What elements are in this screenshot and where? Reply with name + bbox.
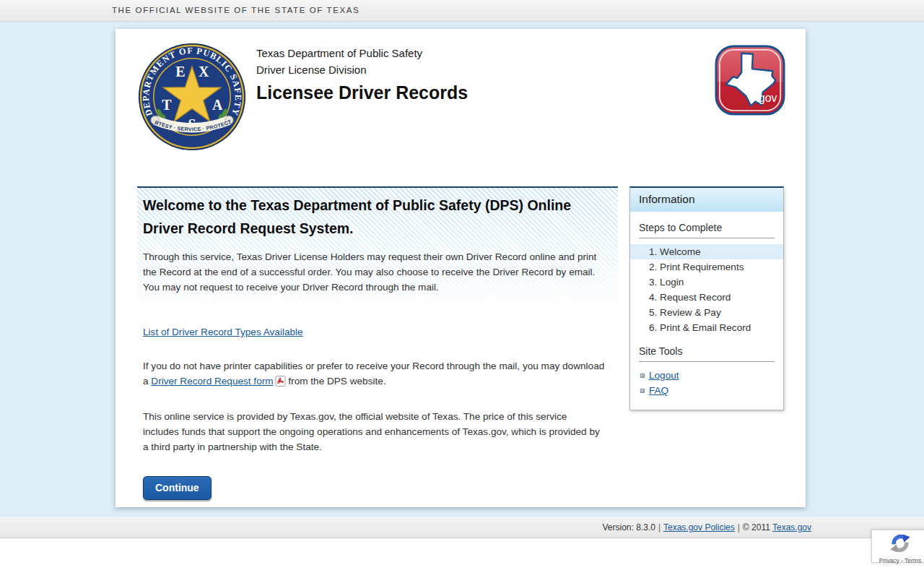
step-label: 6. Print & Email Record [649,322,751,333]
version-label: Version: 8.3.0 [603,522,655,532]
footer-separator: | [735,522,743,532]
copyright-label: © 2011 [743,522,770,532]
step-item[interactable]: 3. Login [630,275,783,290]
step-item[interactable]: 2. Print Requirements [630,259,783,275]
download-text-after: from the DPS website. [286,376,386,387]
site-tool-link[interactable]: FAQ [649,385,668,396]
pdf-icon [275,376,286,387]
step-item[interactable]: 5. Review & Pay [630,305,783,320]
request-form-link[interactable]: Driver Record Request form [151,376,273,387]
page-title: Licensee Driver Records [256,79,468,105]
official-website-banner-text: THE OFFICIAL WEBSITE OF THE STATE OF TEX… [0,0,924,21]
welcome-box: Welcome to the Texas Department of Publi… [137,186,618,309]
content-card: DEPARTMENT OF PUBLIC SAFETY E X T A S CO… [116,29,806,507]
site-tool-item: Logout [630,368,783,383]
step-item[interactable]: 4. Request Record [630,290,783,305]
page: THE OFFICIAL WEBSITE OF THE STATE OF TEX… [0,0,924,578]
information-panel-title: Information [630,188,783,212]
recaptcha-icon [889,532,911,554]
recaptcha-badge[interactable]: Privacy - Terms [871,530,924,563]
texasgov-footer-link[interactable]: Texas.gov [772,522,811,532]
download-paragraph: If you do not have printer capabilities … [143,358,605,389]
welcome-heading: Welcome to the Texas Department of Publi… [143,194,611,240]
official-website-banner: THE OFFICIAL WEBSITE OF THE STATE OF TEX… [0,0,924,22]
site-tools-list: LogoutFAQ [630,368,783,398]
step-label: 5. Review & Pay [649,307,721,318]
svg-text:A: A [212,97,223,113]
division-name: Driver License Division [256,61,468,78]
square-bullet-icon [640,389,645,393]
recaptcha-privacy-terms[interactable]: Privacy - Terms [872,557,924,564]
steps-heading: Steps to Complete [639,222,775,238]
site-tools-heading: Site Tools [639,345,775,362]
provided-paragraph: This online service is provided by Texas… [143,409,605,454]
dps-seal-logo: DEPARTMENT OF PUBLIC SAFETY E X T A S CO… [137,42,247,152]
step-label: 3. Login [649,277,684,288]
policies-link[interactable]: Texas.gov Policies [663,522,735,532]
svg-text:X: X [199,64,209,79]
step-label: 2. Print Requirements [649,262,744,272]
record-types-link[interactable]: List of Driver Record Types Available [143,327,303,337]
footer: Version: 8.3.0|Texas.gov Policies|© 2011… [0,517,924,538]
svg-text:E: E [175,64,185,79]
intro-paragraph: Through this service, Texas Driver Licen… [143,249,611,295]
step-label: 4. Request Record [649,292,731,303]
header-titles: Texas Department of Public Safety Driver… [256,45,468,105]
steps-list: 1. Welcome2. Print Requirements3. Login4… [630,244,783,335]
footer-text: Version: 8.3.0|Texas.gov Policies|© 2011… [603,518,812,538]
step-label: 1. Welcome [649,246,701,257]
step-item[interactable]: 6. Print & Email Record [630,320,783,335]
footer-separator: | [655,522,663,532]
texasgov-label: .gov [756,92,777,104]
continue-button[interactable]: Continue [143,476,212,500]
step-item[interactable]: 1. Welcome [630,244,783,259]
svg-text:T: T [162,97,171,113]
information-panel: Information Steps to Complete 1. Welcome… [629,186,784,410]
square-bullet-icon [640,374,645,378]
agency-name: Texas Department of Public Safety [256,45,468,61]
texasgov-logo: .gov [715,45,785,116]
site-tool-item: FAQ [630,383,783,398]
site-tool-link[interactable]: Logout [649,370,679,381]
main-content: Welcome to the Texas Department of Publi… [137,186,618,528]
